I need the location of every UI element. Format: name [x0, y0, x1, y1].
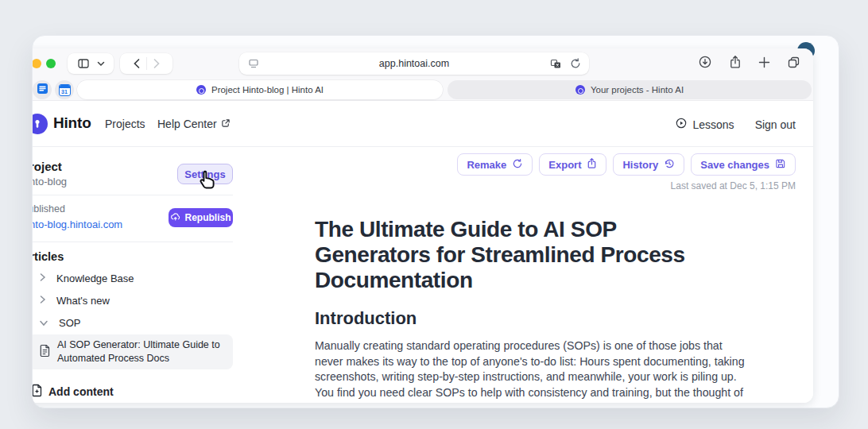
lessons-link[interactable]: Lessons — [675, 117, 734, 132]
article-paragraph[interactable]: Manually creating standard operating pro… — [315, 338, 750, 400]
zoom-window-button[interactable] — [46, 59, 56, 68]
section-heading: Introduction — [315, 308, 796, 329]
sidebar-item-sop[interactable]: SOP — [39, 317, 80, 329]
tab-title: Your projects - Hinto AI — [591, 85, 684, 95]
sidebar-panel-icon — [77, 57, 90, 70]
downloads-icon[interactable] — [698, 55, 712, 72]
mouse-cursor-pointer-icon — [196, 169, 218, 197]
calendar-icon: 31 — [59, 84, 71, 96]
remake-button[interactable]: Remake — [457, 153, 533, 176]
brand-name: Hinto — [53, 114, 91, 132]
chevron-right-icon — [39, 272, 46, 284]
toolbar-actions-group — [698, 53, 800, 74]
save-changes-button[interactable]: Save changes — [691, 153, 796, 176]
tab-title: Project Hinto-blog | Hinto AI — [211, 85, 324, 95]
app-body: Project hinto-blog Settings Published hi… — [32, 147, 813, 403]
history-button[interactable]: History — [613, 153, 684, 176]
chevron-down-icon — [97, 61, 105, 67]
play-circle-icon — [675, 117, 688, 132]
divider — [32, 242, 233, 242]
screenshot-card: app.hintoai.com 31 — [32, 35, 839, 408]
reload-icon[interactable] — [570, 58, 581, 69]
export-button[interactable]: Export — [539, 153, 606, 176]
republish-button[interactable]: Republish — [169, 208, 233, 227]
history-nav-group — [120, 53, 172, 74]
url-text: app.hintoai.com — [379, 58, 449, 69]
sidebar-toggle-button[interactable] — [68, 53, 114, 74]
back-icon[interactable] — [133, 58, 141, 69]
docs-icon — [37, 83, 48, 98]
new-tab-icon[interactable] — [758, 56, 770, 72]
divider — [146, 57, 147, 70]
hinto-favicon — [575, 85, 585, 95]
refresh-icon — [512, 158, 523, 172]
chevron-down-icon — [39, 317, 48, 329]
browser-window: app.hintoai.com 31 — [32, 48, 813, 403]
hinto-app: Hinto Projects Help Center Lessons Sign … — [32, 101, 813, 403]
project-name: hinto-blog — [32, 176, 67, 187]
last-saved-status: Last saved at Dec 5, 1:15 PM — [315, 180, 796, 191]
save-icon — [775, 158, 786, 172]
articles-section-label: Articles — [32, 250, 64, 263]
address-bar[interactable]: app.hintoai.com — [239, 52, 589, 75]
sidebar-item-knowledge-base[interactable]: Knowledge Base — [39, 272, 134, 284]
chevron-right-icon — [39, 295, 46, 307]
export-icon — [587, 157, 597, 172]
tab-bar: 31 Project Hinto-blog | Hinto AI Your pr… — [32, 79, 813, 101]
content-blocker-icon[interactable] — [550, 59, 562, 69]
add-document-icon — [32, 384, 43, 400]
sidebar-item-active-article[interactable]: AI SOP Generator: Ultimate Guide to Auto… — [32, 334, 233, 369]
project-section-label: Project — [32, 160, 62, 173]
cloud-upload-icon — [170, 212, 180, 223]
published-label: Published — [32, 203, 65, 214]
website-settings-icon[interactable] — [248, 58, 259, 69]
document-icon — [39, 344, 51, 361]
nav-help-center[interactable]: Help Center — [157, 118, 231, 130]
sign-out-link[interactable]: Sign out — [755, 118, 796, 131]
published-url-link[interactable]: hinto-blog.hintoai.com — [32, 218, 122, 230]
pinned-tab-calendar[interactable]: 31 — [55, 80, 74, 99]
share-icon[interactable] — [729, 55, 742, 72]
hinto-logo-icon — [32, 114, 48, 134]
hinto-favicon — [196, 85, 206, 95]
pinned-tab-docs[interactable] — [33, 80, 52, 99]
history-clock-icon — [664, 158, 675, 172]
browser-toolbar: app.hintoai.com 31 — [32, 48, 813, 101]
minimize-window-button[interactable] — [32, 59, 41, 68]
external-link-icon — [221, 118, 231, 130]
add-content-button[interactable]: Add content — [32, 384, 114, 400]
article-title: The Ultimate Guide to AI SOP Generators … — [315, 217, 716, 293]
editor-main: Remake Export History Save changes — [315, 147, 796, 400]
nav-projects[interactable]: Projects — [105, 118, 145, 130]
document-actions: Remake Export History Save changes — [315, 153, 796, 176]
tab-active-project[interactable]: Project Hinto-blog | Hinto AI — [77, 80, 443, 99]
forward-icon[interactable] — [153, 58, 161, 69]
tab-your-projects[interactable]: Your projects - Hinto AI — [448, 80, 812, 99]
tab-overview-icon[interactable] — [787, 56, 800, 72]
active-article-title: AI SOP Generator: Ultimate Guide to Auto… — [57, 338, 225, 365]
sidebar-item-whats-new[interactable]: What's new — [39, 295, 110, 307]
app-header: Hinto Projects Help Center Lessons Sign … — [32, 101, 813, 147]
